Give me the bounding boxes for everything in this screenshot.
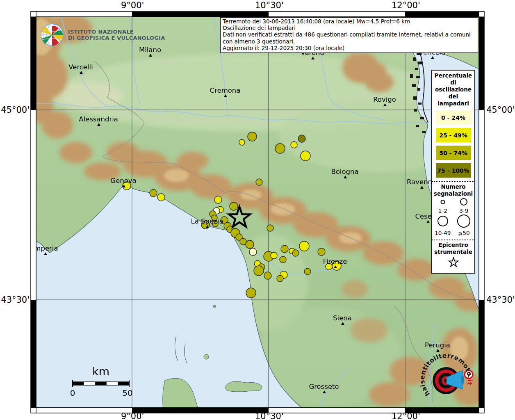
- report-point: [277, 275, 283, 282]
- report-point: [264, 272, 271, 279]
- epicenter-star-icon: [446, 256, 461, 269]
- report-point: [239, 139, 245, 145]
- report-point: [298, 135, 305, 142]
- city-label: Milano: [139, 46, 161, 54]
- scalebar-unit-label: km: [84, 365, 117, 378]
- legend-panel: Percentuale di oscillazione dei lampadar…: [431, 70, 475, 274]
- report-point: [281, 245, 288, 253]
- axis-label-bottom-3: 12°00': [392, 411, 420, 420]
- ingv-globe-icon: [40, 23, 64, 47]
- city-label: Grosseto: [309, 383, 339, 390]
- city-label: Alessandria: [79, 115, 118, 123]
- axis-label-left-2: 43°30': [1, 295, 30, 305]
- city-label: Cremona: [210, 87, 241, 94]
- report-point: [150, 189, 157, 197]
- axis-label-bottom-2: 10°30': [255, 411, 284, 420]
- city-label: Bologna: [331, 168, 358, 176]
- report-point: [275, 144, 285, 153]
- legend-class-1: 25 - 49%: [436, 128, 471, 142]
- scalebar-end-label: 50: [121, 388, 134, 398]
- report-point: [230, 202, 238, 210]
- report-point: [248, 132, 257, 141]
- report-point: [157, 194, 165, 201]
- axis-label-right-1: 45°00': [486, 105, 515, 115]
- legend-title: Percentuale di oscillazione dei lampadar…: [432, 72, 474, 107]
- legend-count-symbol-3: [456, 214, 471, 230]
- legend-count-label-2: 10-49: [435, 230, 451, 236]
- event-title: Terremoto del 30-06-2013 16:40:08 (ora l…: [223, 18, 476, 25]
- report-point: [292, 250, 299, 256]
- report-point: [249, 248, 257, 256]
- event-data-note: Dati non verificati estratti da 486 ques…: [223, 31, 476, 44]
- legend-class-3: 75 - 100%: [436, 163, 471, 178]
- legend-count-symbol-1: [456, 197, 471, 208]
- report-point: [271, 252, 277, 259]
- event-info-box: Terremoto del 30-06-2013 16:40:08 (ora l…: [220, 17, 478, 53]
- macroseismic-map-page: { "axis": { "top": ["9°00'", "10°30'", "…: [0, 0, 515, 420]
- axis-label-top-2: 10°30': [255, 0, 284, 10]
- scalebar-start-label: 0: [68, 388, 77, 398]
- city-label: Perugia: [425, 341, 450, 349]
- axis-label-left-1: 45°00': [1, 105, 30, 115]
- legend-count-label-0: 1-2: [438, 208, 447, 214]
- city-label: Vercelli: [68, 63, 93, 71]
- legend-count-symbol-2: [435, 215, 450, 229]
- city-label: Rovigo: [373, 96, 396, 103]
- ingv-logo: ISTITUTO NAZIONALE DI GEOFISICA E VULCAN…: [40, 23, 165, 47]
- city-label: Firenze: [323, 258, 347, 265]
- city-label: La Spezia: [191, 217, 223, 225]
- legend-divider-2: [432, 240, 474, 240]
- report-point: [214, 196, 222, 203]
- terrain-layer: MilanoVercelliCremonaVeronaVeneziaRovigo…: [0, 0, 487, 411]
- report-point: [256, 179, 262, 185]
- report-point: [246, 240, 254, 249]
- report-point: [301, 151, 310, 161]
- svg-text:www.: www.: [0, 0, 3, 2]
- legend-counts: 1-23-910-49⩾50: [432, 197, 474, 236]
- axis-label-right-2: 43°30': [486, 295, 515, 305]
- city-label: Siena: [333, 314, 352, 322]
- report-point: [246, 288, 256, 298]
- report-point: [280, 256, 286, 263]
- ingv-name-line2: DI GEOFISICA E VULCANOLOGIA: [68, 35, 165, 41]
- legend-class-swatches: 0 - 24%25 - 49%50 - 74%75 - 100%: [432, 110, 474, 178]
- event-updated: Aggiornato il: 29-12-2025 20:30 (ora loc…: [223, 45, 476, 51]
- report-point: [267, 225, 273, 231]
- axis-label-top-3: 12°00': [392, 0, 420, 10]
- legend-epicenter-symbol: [432, 256, 474, 270]
- legend-class-0: 0 - 24%: [436, 110, 471, 125]
- legend-class-2: 50 - 74%: [436, 146, 471, 160]
- city-label: Genova: [110, 177, 136, 185]
- legend-divider-1: [432, 181, 474, 182]
- axis-label-top-1: 9°00': [121, 0, 144, 10]
- legend-count-label-3: ⩾50: [458, 230, 470, 236]
- report-point: [304, 268, 311, 275]
- legend-count-label-1: 3-9: [459, 208, 468, 214]
- report-point: [291, 142, 297, 148]
- report-point: [254, 266, 264, 276]
- legend-count-symbol-0: [435, 199, 450, 207]
- report-point: [318, 248, 325, 256]
- report-point: [299, 241, 309, 251]
- event-effect: Oscillazione dei lampadari: [223, 25, 476, 31]
- axis-label-bottom-1: 9°00': [121, 411, 144, 420]
- ingv-name-line1: ISTITUTO NAZIONALE: [68, 29, 165, 35]
- legend-epicenter-title: Epicentro strumentale: [432, 242, 474, 256]
- legend-counts-title: Numero segnalazioni: [432, 183, 474, 197]
